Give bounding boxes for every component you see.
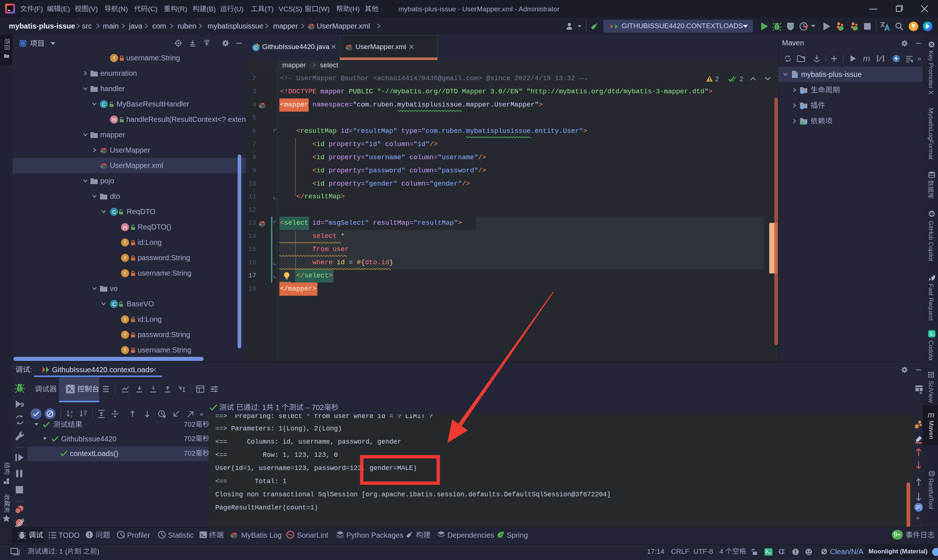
svg-text:a: a xyxy=(70,409,73,414)
svg-text:C: C xyxy=(102,102,105,107)
svg-text:f: f xyxy=(125,347,126,353)
svg-text:f: f xyxy=(125,255,126,261)
svg-text:z: z xyxy=(70,414,72,418)
svg-text:C: C xyxy=(112,209,116,215)
svg-text:m: m xyxy=(793,73,797,78)
svg-text:f: f xyxy=(125,317,126,323)
svg-text:m: m xyxy=(123,225,128,230)
svg-text:f: f xyxy=(125,271,126,276)
svg-text:9: 9 xyxy=(20,402,24,408)
svg-text:m: m xyxy=(112,117,116,123)
svg-text:C: C xyxy=(112,301,116,307)
svg-text:f: f xyxy=(114,55,115,61)
svg-text:f: f xyxy=(125,240,126,246)
svg-text:f: f xyxy=(125,332,126,338)
svg-text:C: C xyxy=(254,45,257,51)
